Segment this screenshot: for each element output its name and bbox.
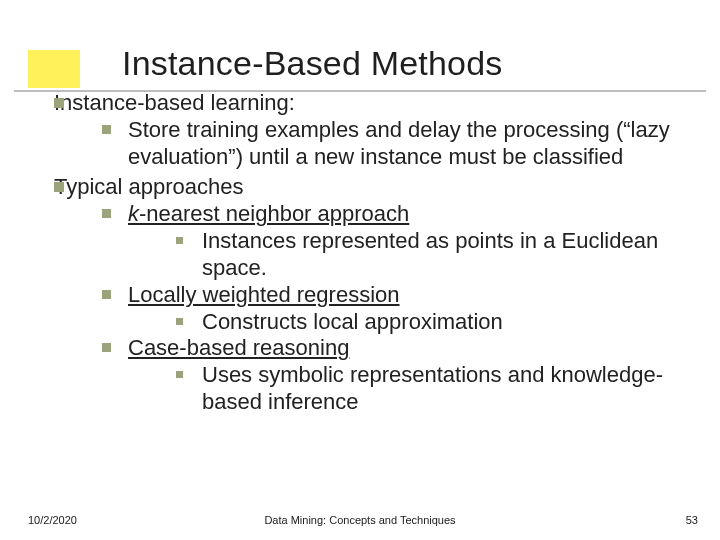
text: Constructs local approximation — [202, 309, 503, 334]
text: Locally weighted regression — [128, 282, 400, 307]
title-accent-box — [28, 50, 80, 88]
title-block: Instance-Based Methods — [0, 22, 720, 92]
bullet-icon — [176, 371, 183, 378]
list-item: Locally weighted regression Constructs l… — [102, 282, 684, 336]
list-item: Instances represented as points in a Euc… — [176, 228, 684, 282]
text: Typical approaches — [54, 174, 244, 199]
bullet-icon — [54, 98, 64, 108]
text: Instance-based learning: — [54, 90, 295, 115]
bullet-icon — [102, 290, 111, 299]
text: Uses symbolic representations and knowle… — [202, 362, 663, 414]
slide-body: Instance-based learning: Store training … — [54, 90, 684, 420]
slide: Instance-Based Methods Instance-based le… — [0, 0, 720, 540]
bullet-icon — [176, 318, 183, 325]
list-item: Store training examples and delay the pr… — [102, 117, 684, 171]
list-item: k-nearest neighbor approach Instances re… — [102, 201, 684, 281]
bullet-icon — [176, 237, 183, 244]
list-item: Typical approaches k-nearest neighbor ap… — [54, 174, 684, 415]
bullet-icon — [102, 209, 111, 218]
list-item: Case-based reasoning Uses symbolic repre… — [102, 335, 684, 415]
bullet-icon — [102, 125, 111, 134]
text: Instances represented as points in a Euc… — [202, 228, 658, 280]
list-item: Uses symbolic representations and knowle… — [176, 362, 684, 416]
footer-title: Data Mining: Concepts and Techniques — [0, 514, 720, 526]
slide-title: Instance-Based Methods — [122, 44, 503, 83]
list-item: Constructs local approximation — [176, 309, 684, 336]
text: Store training examples and delay the pr… — [128, 117, 670, 169]
bullet-icon — [54, 182, 64, 192]
bullet-icon — [102, 343, 111, 352]
list-item: Instance-based learning: Store training … — [54, 90, 684, 170]
footer: 10/2/2020 Data Mining: Concepts and Tech… — [0, 508, 720, 526]
text: k-nearest neighbor approach — [128, 201, 409, 226]
text: Case-based reasoning — [128, 335, 349, 360]
footer-page: 53 — [686, 514, 698, 526]
